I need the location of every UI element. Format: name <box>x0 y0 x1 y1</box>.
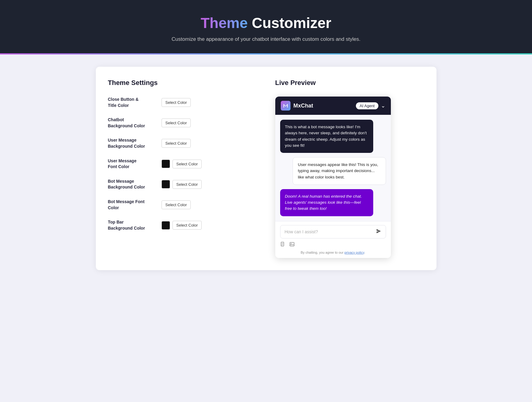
color-btn-wrap-close-button: Select Color <box>162 98 191 107</box>
label-close-button: Close Button &Title Color <box>108 97 157 108</box>
color-btn-wrap-bot-msg-bg: Select Color <box>162 180 202 189</box>
chat-icons-row <box>280 242 386 248</box>
svg-rect-5 <box>290 242 294 246</box>
chat-title-text: MxChat <box>294 103 313 109</box>
label-top-bar-bg: Top BarBackground Color <box>108 219 157 231</box>
setting-row-bot-msg-bg: Bot MessageBackground Color Select Color <box>108 178 255 190</box>
select-color-btn-bot-msg-bg[interactable]: Select Color <box>172 180 202 189</box>
select-color-btn-close-button[interactable]: Select Color <box>162 98 191 107</box>
bot-message-preview: This is what a bot message looks like! I… <box>280 120 373 153</box>
chat-input-placeholder: How can I assist? <box>285 229 374 234</box>
privacy-policy-link[interactable]: privacy policy <box>344 251 364 254</box>
chat-footer: By chatting, you agree to our privacy po… <box>280 251 386 254</box>
setting-row-chatbot-bg: ChatbotBackground Color Select Color <box>108 117 255 129</box>
main-content: Theme Settings Close Button &Title Color… <box>84 67 449 270</box>
main-card: Theme Settings Close Button &Title Color… <box>96 67 436 270</box>
chat-topbar: MxChat AI Agent ⌄ <box>275 97 391 115</box>
send-icon[interactable] <box>376 228 381 235</box>
select-color-btn-top-bar-bg[interactable]: Select Color <box>172 221 202 230</box>
page-header: Theme Customizer Customize the appearanc… <box>0 0 532 55</box>
setting-row-close-button: Close Button &Title Color Select Color <box>108 97 255 108</box>
chat-topbar-left: MxChat <box>281 101 313 111</box>
ai-agent-badge: AI Agent <box>356 102 378 109</box>
select-color-btn-chatbot-bg[interactable]: Select Color <box>162 118 191 127</box>
preview-title: Live Preview <box>275 79 424 87</box>
logo-icon <box>283 103 289 109</box>
chatbot-preview: MxChat AI Agent ⌄ This is what a bot mes… <box>275 97 391 258</box>
color-btn-wrap-user-msg-bg: Select Color <box>162 139 191 148</box>
label-user-msg-font: User MessageFont Color <box>108 158 157 170</box>
attachment-icon[interactable] <box>280 242 286 248</box>
color-swatch-top-bar-bg <box>162 221 170 230</box>
color-btn-wrap-user-msg-font: Select Color <box>162 160 202 168</box>
label-bot-msg-font: Bot Message FontColor <box>108 199 157 211</box>
settings-title: Theme Settings <box>108 79 257 87</box>
chat-body: This is what a bot message looks like! I… <box>275 115 391 221</box>
user-message-preview: User messages appear like this! This is … <box>293 157 386 185</box>
page-subtitle: Customize the appearance of your chatbot… <box>6 36 526 42</box>
color-swatch-user-msg-font <box>162 160 170 168</box>
select-color-btn-user-msg-font[interactable]: Select Color <box>172 160 202 168</box>
color-swatch-bot-msg-bg <box>162 180 170 189</box>
label-bot-msg-bg: Bot MessageBackground Color <box>108 178 157 190</box>
settings-panel: Theme Settings Close Button &Title Color… <box>108 79 257 258</box>
footer-period: . <box>364 251 365 254</box>
image-icon[interactable] <box>289 242 295 248</box>
select-color-btn-user-msg-bg[interactable]: Select Color <box>162 139 191 148</box>
chat-topbar-right: AI Agent ⌄ <box>356 102 385 109</box>
chat-logo <box>281 101 290 111</box>
title-theme-word: Theme <box>201 15 248 31</box>
setting-row-bot-msg-font: Bot Message FontColor Select Color <box>108 199 255 211</box>
setting-row-user-msg-bg: User MessageBackground Color Select Colo… <box>108 137 255 149</box>
label-chatbot-bg: ChatbotBackground Color <box>108 117 157 129</box>
setting-row-top-bar-bg: Top BarBackground Color Select Color <box>108 219 255 231</box>
chevron-down-icon[interactable]: ⌄ <box>381 102 385 109</box>
agent-message-preview: Doom! A real human has entered the chat.… <box>280 189 373 216</box>
chat-input-row: How can I assist? <box>280 225 386 238</box>
svg-marker-0 <box>283 104 288 108</box>
color-btn-wrap-bot-msg-font: Select Color <box>162 200 191 209</box>
color-btn-wrap-chatbot-bg: Select Color <box>162 118 191 127</box>
setting-row-user-msg-font: User MessageFont Color Select Color <box>108 158 255 170</box>
settings-scroll-area[interactable]: Close Button &Title Color Select Color C… <box>108 97 257 240</box>
two-column-layout: Theme Settings Close Button &Title Color… <box>108 79 424 258</box>
select-color-btn-bot-msg-font[interactable]: Select Color <box>162 200 191 209</box>
color-btn-wrap-top-bar-bg: Select Color <box>162 221 202 230</box>
gradient-bar <box>0 53 532 55</box>
title-suffix: Customizer <box>248 15 332 31</box>
footer-text: By chatting, you agree to our <box>301 251 345 254</box>
page-title: Theme Customizer <box>6 15 526 31</box>
chat-input-area: How can I assist? <box>275 221 391 258</box>
preview-section: Live Preview MxChat <box>275 79 424 258</box>
svg-point-6 <box>290 243 291 244</box>
label-user-msg-bg: User MessageBackground Color <box>108 137 157 149</box>
